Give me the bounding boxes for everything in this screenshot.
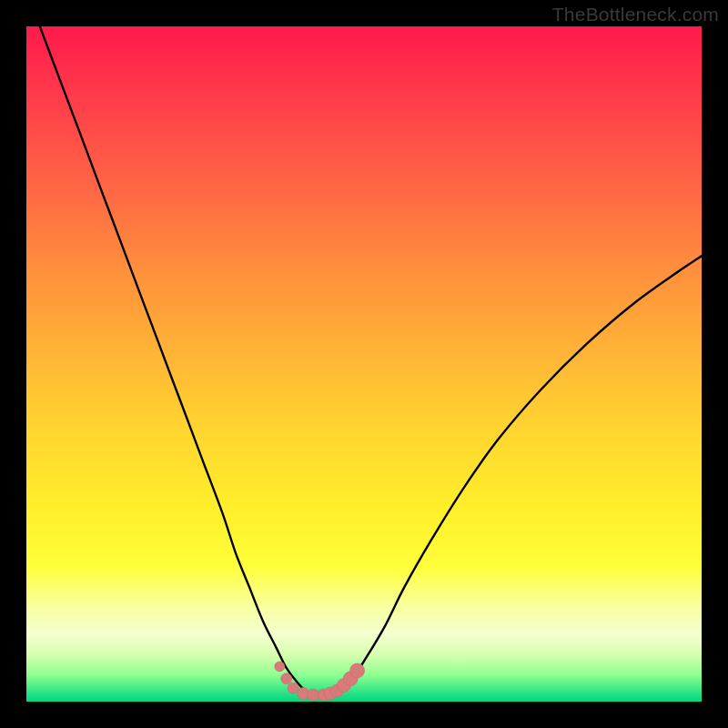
plot-area xyxy=(26,26,702,702)
valley-marker xyxy=(288,682,298,693)
bottleneck-curve xyxy=(40,26,702,695)
valley-marker xyxy=(275,662,285,672)
watermark-text: TheBottleneck.com xyxy=(552,4,719,25)
valley-marker xyxy=(350,663,365,678)
bottleneck-chart xyxy=(26,26,702,702)
valley-marker-group xyxy=(275,662,365,701)
valley-marker xyxy=(281,673,292,684)
